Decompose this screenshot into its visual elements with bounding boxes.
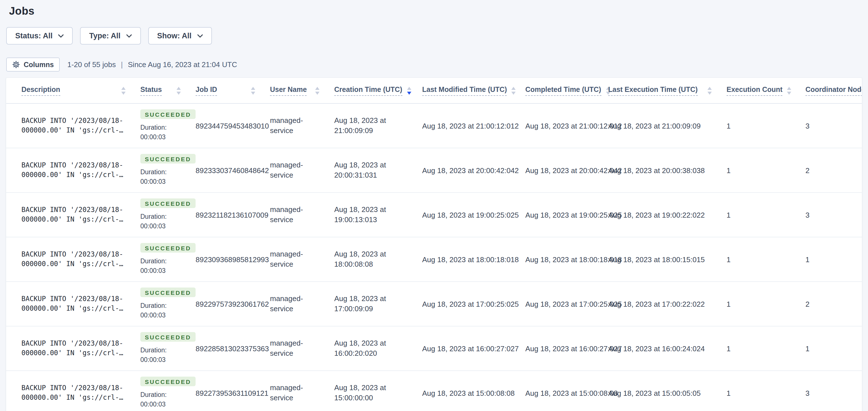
last-execution-time-cell: Aug 18, 2023 at 15:00:05:05 <box>608 389 726 397</box>
creation-time-cell: Aug 18, 2023 at 16:00:20:020 <box>334 338 422 358</box>
job-description-link[interactable]: BACKUP INTO '/2023/08/18-000000.00' IN '… <box>22 383 124 403</box>
sort-arrows-icon[interactable] <box>251 87 255 94</box>
job-status-cell: SUCCEEDED Duration: 00:00:03 <box>141 154 195 187</box>
last-execution-time-cell: Aug 18, 2023 at 19:00:22:022 <box>608 211 726 219</box>
duration-value: 00:00:03 <box>141 266 166 276</box>
column-header-user-name[interactable]: User Name <box>270 85 334 95</box>
job-id-cell: 892297573923061762 <box>195 300 270 308</box>
last-execution-time-cell: Aug 18, 2023 at 21:00:09:09 <box>608 121 726 130</box>
columns-button[interactable]: Columns <box>6 58 60 71</box>
sort-arrows-icon[interactable] <box>177 87 181 94</box>
user-name-cell: managed-service <box>270 205 334 225</box>
sort-arrows-icon[interactable] <box>512 87 516 94</box>
columns-button-label: Columns <box>24 61 54 68</box>
duration-value: 00:00:03 <box>141 355 166 365</box>
column-header-completed-time[interactable]: Completed Time (UTC) <box>525 85 608 95</box>
page-title: Jobs <box>0 0 868 18</box>
job-description-link[interactable]: BACKUP INTO '/2023/08/18-000000.00' IN '… <box>22 294 124 314</box>
user-name-cell: managed-service <box>270 383 334 403</box>
job-status-cell: SUCCEEDED Duration: 00:00:03 <box>141 377 195 410</box>
job-description-cell: BACKUP INTO '/2023/08/18-000000.00' IN '… <box>22 116 141 135</box>
table-row: BACKUP INTO '/2023/08/18-000000.00' IN '… <box>6 148 862 193</box>
job-status-cell: SUCCEEDED Duration: 00:00:03 <box>141 243 195 276</box>
column-header-last-execution-time[interactable]: Last Execution Time (UTC) <box>608 85 726 95</box>
completed-time-cell: Aug 18, 2023 at 20:00:42:042 <box>525 166 608 175</box>
job-status-cell: SUCCEEDED Duration: 00:00:03 <box>141 199 195 231</box>
column-header-job-id[interactable]: Job ID <box>195 85 270 95</box>
column-label: Job ID <box>195 85 217 95</box>
column-header-last-modified-time[interactable]: Last Modified Time (UTC) <box>422 85 525 95</box>
status-badge: SUCCEEDED <box>141 377 195 386</box>
user-name-cell: managed-service <box>270 160 334 180</box>
creation-time-value: Aug 18, 2023 at 18:00:08:08 <box>334 249 403 269</box>
sort-arrows-icon[interactable] <box>787 87 792 94</box>
show-filter-label: Show: All <box>157 32 192 40</box>
user-name-value: managed-service <box>270 249 316 269</box>
column-header-creation-time[interactable]: Creation Time (UTC) <box>334 85 422 95</box>
user-name-cell: managed-service <box>270 294 334 314</box>
last-modified-time-cell: Aug 18, 2023 at 15:00:08:08 <box>422 389 525 397</box>
execution-count-cell: 1 <box>726 211 805 219</box>
gear-icon <box>12 61 20 68</box>
table-header-row: Description Status Job ID User Name Crea… <box>6 78 862 104</box>
user-name-value: managed-service <box>270 338 316 358</box>
status-filter-label: Status: All <box>15 32 53 40</box>
job-description-link[interactable]: BACKUP INTO '/2023/08/18-000000.00' IN '… <box>22 161 124 180</box>
jobs-count-summary: 1-20 of 55 jobs|Since Aug 16, 2023 at 21… <box>67 60 237 69</box>
column-header-execution-count[interactable]: Execution Count <box>726 85 805 95</box>
creation-time-cell: Aug 18, 2023 at 20:00:31:031 <box>334 160 422 180</box>
duration-value: 00:00:03 <box>141 133 166 142</box>
duration-label: Duration: <box>141 212 166 222</box>
job-status-cell: SUCCEEDED Duration: 00:00:03 <box>141 288 195 321</box>
job-description-link[interactable]: BACKUP INTO '/2023/08/18-000000.00' IN '… <box>22 250 124 269</box>
coordinator-node-cell: 1 <box>805 255 862 264</box>
sort-arrows-icon[interactable] <box>407 87 411 94</box>
column-label: Description <box>22 85 60 95</box>
job-description-link[interactable]: BACKUP INTO '/2023/08/18-000000.00' IN '… <box>22 116 124 135</box>
coordinator-node-cell: 2 <box>805 166 862 175</box>
creation-time-cell: Aug 18, 2023 at 19:00:13:013 <box>334 205 422 225</box>
job-description-link[interactable]: BACKUP INTO '/2023/08/18-000000.00' IN '… <box>22 339 124 358</box>
column-label: Coordinator Node <box>805 85 862 95</box>
completed-time-cell: Aug 18, 2023 at 18:00:18:018 <box>525 255 608 264</box>
chevron-down-icon <box>197 34 203 37</box>
jobs-count: 1-20 of 55 jobs <box>67 60 116 69</box>
job-id-cell: 892309368985812993 <box>195 255 270 264</box>
sort-arrows-icon[interactable] <box>707 87 712 94</box>
column-header-description[interactable]: Description <box>22 85 141 95</box>
chevron-down-icon <box>58 34 64 37</box>
show-filter-dropdown[interactable]: Show: All <box>148 27 212 45</box>
column-header-status[interactable]: Status <box>141 85 195 95</box>
duration-value: 00:00:03 <box>141 222 166 231</box>
table-row: BACKUP INTO '/2023/08/18-000000.00' IN '… <box>6 104 862 148</box>
creation-time-value: Aug 18, 2023 at 16:00:20:020 <box>334 338 403 358</box>
job-description-cell: BACKUP INTO '/2023/08/18-000000.00' IN '… <box>22 383 141 403</box>
sort-arrows-icon[interactable] <box>315 87 319 94</box>
sort-arrows-icon[interactable] <box>121 87 126 94</box>
column-label: Completed Time (UTC) <box>525 85 601 95</box>
completed-time-cell: Aug 18, 2023 at 16:00:27:027 <box>525 344 608 353</box>
status-badge: SUCCEEDED <box>141 109 195 119</box>
duration-label: Duration: <box>141 346 166 355</box>
job-id-cell: 892285813023375363 <box>195 344 270 353</box>
last-execution-time-cell: Aug 18, 2023 at 20:00:38:038 <box>608 166 726 175</box>
job-description-link[interactable]: BACKUP INTO '/2023/08/18-000000.00' IN '… <box>22 205 124 225</box>
duration-label: Duration: <box>141 257 166 266</box>
column-header-coordinator-node[interactable]: Coordinator Node <box>805 85 862 95</box>
user-name-cell: managed-service <box>270 249 334 269</box>
last-execution-time-cell: Aug 18, 2023 at 18:00:15:015 <box>608 255 726 264</box>
table-body: BACKUP INTO '/2023/08/18-000000.00' IN '… <box>6 104 862 411</box>
type-filter-label: Type: All <box>89 32 121 40</box>
job-id-cell: 892344759453483010 <box>195 121 270 130</box>
status-filter-dropdown[interactable]: Status: All <box>6 27 73 45</box>
user-name-value: managed-service <box>270 383 316 403</box>
execution-count-cell: 1 <box>726 121 805 130</box>
last-modified-time-cell: Aug 18, 2023 at 16:00:27:027 <box>422 344 525 353</box>
job-description-cell: BACKUP INTO '/2023/08/18-000000.00' IN '… <box>22 205 141 225</box>
coordinator-node-cell: 3 <box>805 121 862 130</box>
table-row: BACKUP INTO '/2023/08/18-000000.00' IN '… <box>6 326 862 371</box>
filters-row: Status: All Type: All Show: All <box>6 27 868 45</box>
type-filter-dropdown[interactable]: Type: All <box>80 27 141 45</box>
column-label: Status <box>141 85 162 95</box>
status-badge: SUCCEEDED <box>141 288 195 297</box>
